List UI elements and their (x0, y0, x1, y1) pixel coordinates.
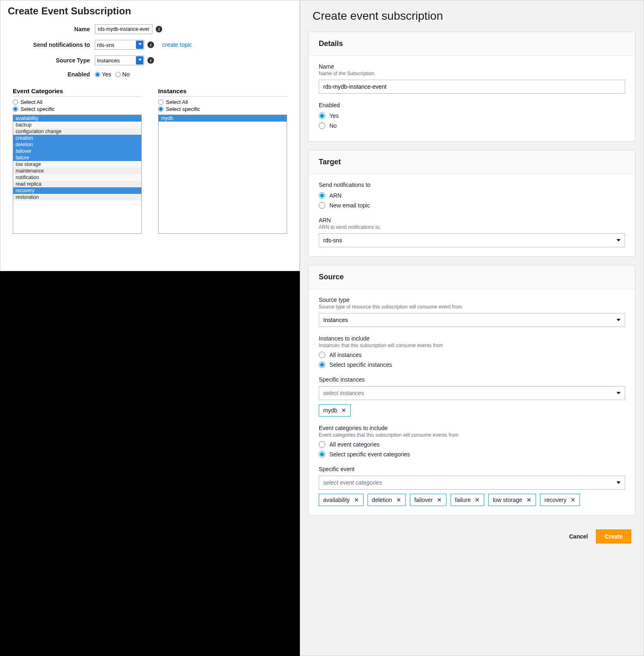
arn-dropdown[interactable]: rds-sns (319, 233, 625, 247)
page-title-left: Create Event Subscription (0, 0, 299, 24)
send-to-select[interactable]: rds-sns (95, 40, 144, 50)
enabled-yes-radio[interactable] (319, 113, 325, 119)
all-instances-radio[interactable] (319, 352, 325, 358)
list-item[interactable]: read replica (13, 181, 141, 187)
modern-console-panel: Create event subscription Details Name N… (300, 0, 644, 656)
list-item[interactable]: configuration change (13, 128, 141, 135)
chevron-down-icon (616, 481, 621, 484)
categories-listbox[interactable]: availabilitybackupconfiguration changecr… (13, 115, 142, 234)
list-item[interactable]: mydb (159, 115, 287, 122)
source-type-dropdown[interactable]: Instances (319, 313, 625, 327)
specific-instances-label: Specific instances (319, 376, 625, 383)
tag-chip: deletion✕ (368, 494, 406, 506)
select-all-label: Select All (21, 99, 42, 105)
source-type-value: Instances (323, 317, 348, 323)
event-categories-header: Event Categories (13, 87, 142, 97)
list-item[interactable]: deletion (13, 141, 141, 148)
create-topic-link[interactable]: create topic (162, 41, 192, 48)
list-item[interactable]: availability (13, 115, 141, 122)
select-specific-label: Select specific (21, 106, 55, 112)
enabled-label: Enabled (319, 102, 625, 108)
source-header: Source (309, 265, 635, 289)
inst-select-all-radio[interactable] (158, 99, 163, 105)
list-item[interactable]: low storage (13, 161, 141, 168)
close-icon[interactable]: ✕ (354, 497, 359, 503)
close-icon[interactable]: ✕ (527, 497, 531, 503)
yes-label: Yes (329, 113, 339, 119)
tag-chip: failure✕ (451, 494, 484, 506)
instances-include-label: Instances to include (319, 335, 625, 342)
page-title-right: Create event subscription (300, 0, 644, 32)
tag-chip: recovery✕ (540, 494, 580, 506)
tag-chip: availability✕ (319, 494, 363, 506)
list-item[interactable]: backup (13, 122, 141, 128)
specific-event-dropdown[interactable]: select event categories (319, 476, 625, 490)
specific-instances-radio[interactable] (319, 361, 325, 368)
specific-categories-radio[interactable] (319, 451, 325, 458)
name-input[interactable] (95, 24, 152, 34)
tag-label: failure (455, 497, 471, 503)
close-icon[interactable]: ✕ (341, 407, 346, 414)
list-item[interactable]: restoration (13, 194, 141, 200)
list-item[interactable]: failure (13, 154, 141, 161)
list-item[interactable]: notification (13, 174, 141, 181)
chevron-down-icon (616, 392, 621, 394)
list-item[interactable]: maintenance (13, 168, 141, 174)
details-card: Details Name Name of the Subscription. E… (308, 32, 635, 142)
classic-console-panel: Create Event Subscription Name i Send no… (0, 0, 300, 271)
enabled-no-radio[interactable] (319, 122, 325, 129)
source-type-label: Source Type (13, 57, 95, 64)
source-card: Source Source type Source type of resour… (308, 265, 635, 516)
close-icon[interactable]: ✕ (475, 497, 480, 503)
info-icon[interactable]: i (147, 41, 154, 48)
tag-label: low storage (493, 497, 522, 503)
list-item[interactable]: recovery (13, 187, 141, 194)
chevron-down-icon (616, 239, 621, 242)
source-type-select[interactable]: Instances (95, 55, 144, 65)
category-tags: availability✕deletion✕failover✕failure✕l… (319, 490, 625, 506)
all-categories-label: All event categories (329, 441, 380, 448)
inst-select-specific-radio[interactable] (158, 106, 163, 112)
select-specific-label: Select specific (166, 106, 200, 112)
cancel-button[interactable]: Cancel (569, 533, 588, 540)
instances-include-help: Instances that this subscription will co… (319, 343, 625, 348)
specific-categories-label: Select specific event categories (329, 451, 410, 458)
close-icon[interactable]: ✕ (570, 497, 575, 503)
name-help: Name of the Subscription. (319, 71, 625, 76)
list-item[interactable]: creation (13, 135, 141, 141)
tag-chip: low storage✕ (488, 494, 536, 506)
enabled-yes-radio[interactable] (95, 72, 100, 77)
tag-label: recovery (545, 497, 567, 503)
close-icon[interactable]: ✕ (437, 497, 442, 503)
list-item[interactable]: failover (13, 148, 141, 154)
details-header: Details (309, 32, 635, 56)
all-instances-label: All instances (329, 352, 362, 358)
target-header: Target (309, 150, 635, 174)
arn-opt-label: ARN (329, 192, 342, 199)
target-email-radio[interactable] (319, 202, 325, 209)
instances-listbox[interactable]: mydb (158, 115, 287, 234)
all-categories-radio[interactable] (319, 441, 325, 448)
cat-select-specific-radio[interactable] (13, 106, 18, 112)
instance-tags: mydb✕ (319, 400, 625, 417)
placeholder-text: select event categories (323, 479, 382, 486)
chevron-down-icon (616, 319, 621, 321)
info-icon[interactable]: i (156, 26, 162, 32)
enabled-yes-label: Yes (102, 71, 111, 78)
create-button[interactable]: Create (596, 529, 631, 543)
info-icon[interactable]: i (147, 57, 154, 64)
target-card: Target Send notifications to ARN New ema… (308, 150, 635, 257)
enabled-no-label: No (122, 71, 130, 78)
name-input[interactable] (319, 80, 625, 94)
cat-select-all-radio[interactable] (13, 99, 18, 105)
enabled-no-radio[interactable] (115, 72, 121, 77)
arn-help: ARN to send notifications to. (319, 224, 625, 230)
email-opt-label: New email topic (329, 202, 370, 209)
source-type-help: Source type of resource this subscriptio… (319, 304, 625, 310)
target-arn-radio[interactable] (319, 192, 325, 199)
specific-instances-label: Select specific instances (329, 361, 392, 368)
name-label: Name (319, 63, 625, 70)
specific-instances-dropdown[interactable]: select instances (319, 386, 625, 400)
close-icon[interactable]: ✕ (396, 497, 401, 503)
enabled-label: Enabled (13, 71, 95, 78)
